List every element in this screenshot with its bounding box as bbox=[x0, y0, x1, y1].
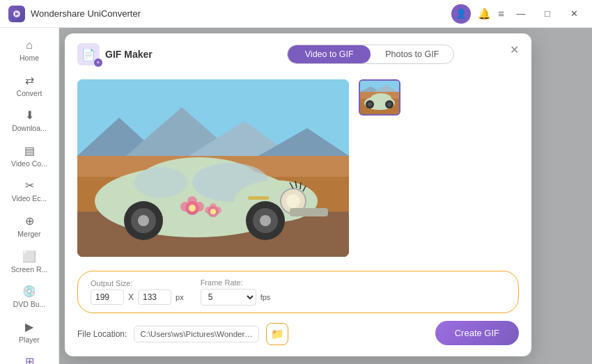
sidebar-label-player: Player bbox=[19, 335, 40, 345]
svg-point-48 bbox=[368, 102, 372, 106]
app-title: Wondershare UniConverter bbox=[31, 8, 141, 19]
add-file-icon[interactable]: 📄 + bbox=[77, 43, 100, 65]
svg-point-30 bbox=[187, 196, 197, 206]
sidebar-item-dvd-burn[interactable]: 💿 DVD Bu... bbox=[0, 279, 59, 315]
merger-icon: ⊕ bbox=[25, 214, 34, 228]
svg-point-31 bbox=[189, 205, 196, 212]
user-icon[interactable]: 👤 bbox=[451, 4, 471, 24]
output-size-group: Output Size: X px bbox=[91, 279, 184, 305]
width-input[interactable] bbox=[91, 290, 124, 305]
video-edit-icon: ✂ bbox=[25, 179, 34, 192]
home-icon: ⌂ bbox=[26, 39, 33, 52]
modal-tabs: Video to GIF Photos to GIF bbox=[287, 45, 454, 64]
minimize-button[interactable]: — bbox=[511, 4, 531, 24]
tab-video-to-gif[interactable]: Video to GIF bbox=[288, 45, 371, 63]
player-icon: ▶ bbox=[25, 320, 33, 333]
thumbnail-strip bbox=[359, 79, 400, 257]
sidebar-label-dvd-burn: DVD Bu... bbox=[13, 300, 46, 309]
frame-rate-label: Frame Rate: bbox=[201, 278, 271, 287]
svg-point-23 bbox=[260, 215, 271, 226]
title-bar: Wondershare UniConverter 👤 🔔 ≡ — □ ✕ bbox=[0, 0, 592, 28]
sidebar-item-video-compress[interactable]: ▤ Video Co... bbox=[0, 139, 59, 174]
toolbox-icon: ⊞ bbox=[25, 355, 34, 364]
svg-point-15 bbox=[286, 194, 300, 208]
sidebar-label-merger: Merger bbox=[17, 230, 40, 239]
svg-rect-37 bbox=[248, 196, 269, 200]
modal-body bbox=[65, 72, 531, 265]
output-size-inputs: X px bbox=[91, 290, 184, 305]
file-location-input[interactable] bbox=[134, 326, 259, 342]
gif-modal: 📄 + GIF Maker Video to GIF Photos to GIF… bbox=[65, 33, 531, 356]
svg-rect-16 bbox=[290, 208, 328, 216]
sidebar-item-player[interactable]: ▶ Player bbox=[0, 315, 59, 350]
sidebar-item-toolbox[interactable]: ⊞ Toolbox bbox=[0, 349, 59, 364]
sidebar-item-merger[interactable]: ⊕ Merger bbox=[0, 209, 59, 244]
title-bar-controls: 👤 🔔 ≡ — □ ✕ bbox=[451, 4, 584, 24]
sidebar-item-video-edit[interactable]: ✂ Video Ec... bbox=[0, 173, 59, 209]
svg-point-36 bbox=[210, 209, 216, 214]
sidebar-item-convert[interactable]: ⇄ Convert bbox=[0, 68, 59, 104]
create-gif-button[interactable]: Create GIF bbox=[435, 321, 519, 345]
output-size-label: Output Size: bbox=[91, 279, 184, 287]
svg-line-19 bbox=[300, 182, 301, 189]
file-location-label: File Location: bbox=[77, 329, 127, 339]
sidebar-label-download: Downloa... bbox=[12, 124, 47, 133]
sidebar: ⌂ Home ⇄ Convert ⬇ Downloa... ▤ Video Co… bbox=[0, 28, 59, 364]
modal-overlay: 📄 + GIF Maker Video to GIF Photos to GIF… bbox=[59, 28, 592, 364]
fps-unit: fps bbox=[260, 293, 271, 301]
sidebar-label-convert: Convert bbox=[17, 89, 42, 98]
video-compress-icon: ▤ bbox=[24, 144, 35, 157]
frame-rate-inputs: 5 10 15 20 25 30 fps bbox=[201, 289, 271, 306]
sidebar-item-home[interactable]: ⌂ Home bbox=[0, 33, 59, 68]
modal-close-button[interactable]: ✕ bbox=[506, 42, 522, 57]
app-logo bbox=[8, 6, 25, 22]
px-unit: px bbox=[176, 293, 184, 301]
svg-point-26 bbox=[138, 215, 149, 226]
folder-browse-button[interactable]: 📁 bbox=[266, 323, 288, 345]
thumbnail-item[interactable] bbox=[359, 79, 400, 116]
app-body: ⌂ Home ⇄ Convert ⬇ Downloa... ▤ Video Co… bbox=[0, 28, 592, 364]
plus-badge: + bbox=[94, 58, 102, 67]
x-separator: X bbox=[128, 292, 134, 302]
modal-title: GIF Maker bbox=[105, 49, 153, 60]
download-icon: ⬇ bbox=[25, 109, 34, 122]
dvd-burn-icon: 💿 bbox=[22, 285, 36, 298]
menu-icon[interactable]: ≡ bbox=[498, 8, 504, 19]
main-content: 📄 + GIF Maker Video to GIF Photos to GIF… bbox=[59, 28, 592, 364]
sidebar-item-download[interactable]: ⬇ Downloa... bbox=[0, 103, 59, 139]
height-input[interactable] bbox=[138, 290, 171, 305]
video-preview bbox=[77, 79, 349, 257]
sidebar-label-screen-record: Screen R... bbox=[11, 265, 48, 274]
sidebar-item-screen-record[interactable]: ⬜ Screen R... bbox=[0, 244, 59, 280]
frame-rate-group: Frame Rate: 5 10 15 20 25 30 fps bbox=[201, 278, 271, 306]
sidebar-label-video-compress: Video Co... bbox=[11, 159, 47, 168]
sidebar-label-video-edit: Video Ec... bbox=[12, 194, 47, 203]
convert-icon: ⇄ bbox=[25, 74, 34, 87]
sidebar-label-home: Home bbox=[20, 54, 39, 63]
svg-point-46 bbox=[387, 102, 391, 106]
screen-record-icon: ⬜ bbox=[22, 250, 36, 263]
maximize-button[interactable]: □ bbox=[538, 4, 557, 24]
tab-photos-to-gif[interactable]: Photos to GIF bbox=[371, 45, 453, 63]
close-button[interactable]: ✕ bbox=[564, 4, 584, 24]
modal-settings: Output Size: X px Frame Rate: 5 bbox=[77, 271, 519, 313]
bell-icon[interactable]: 🔔 bbox=[478, 8, 491, 20]
svg-point-12 bbox=[134, 167, 187, 198]
modal-header: 📄 + GIF Maker Video to GIF Photos to GIF… bbox=[65, 33, 531, 72]
car-preview-svg bbox=[77, 79, 349, 257]
fps-select[interactable]: 5 10 15 20 25 30 bbox=[201, 289, 256, 306]
